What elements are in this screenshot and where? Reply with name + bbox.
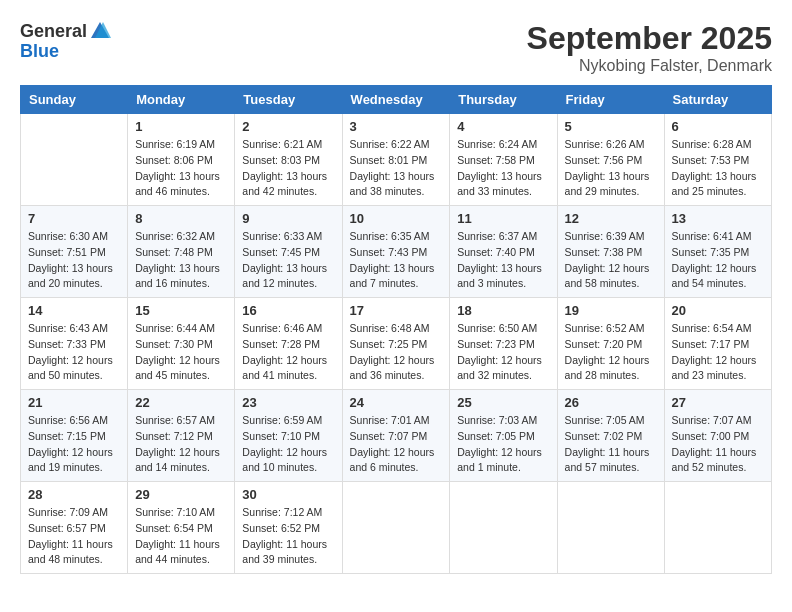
day-number: 19 xyxy=(565,303,657,318)
day-info: Sunrise: 6:56 AM Sunset: 7:15 PM Dayligh… xyxy=(28,413,120,476)
day-info: Sunrise: 6:19 AM Sunset: 8:06 PM Dayligh… xyxy=(135,137,227,200)
calendar-cell: 11Sunrise: 6:37 AM Sunset: 7:40 PM Dayli… xyxy=(450,206,557,298)
calendar-header-row: SundayMondayTuesdayWednesdayThursdayFrid… xyxy=(21,86,772,114)
day-number: 11 xyxy=(457,211,549,226)
day-info: Sunrise: 6:50 AM Sunset: 7:23 PM Dayligh… xyxy=(457,321,549,384)
calendar-cell: 30Sunrise: 7:12 AM Sunset: 6:52 PM Dayli… xyxy=(235,482,342,574)
calendar-week-3: 14Sunrise: 6:43 AM Sunset: 7:33 PM Dayli… xyxy=(21,298,772,390)
logo-general: General xyxy=(20,22,87,40)
calendar-cell: 19Sunrise: 6:52 AM Sunset: 7:20 PM Dayli… xyxy=(557,298,664,390)
header-wednesday: Wednesday xyxy=(342,86,450,114)
calendar-cell: 20Sunrise: 6:54 AM Sunset: 7:17 PM Dayli… xyxy=(664,298,771,390)
day-number: 14 xyxy=(28,303,120,318)
day-number: 22 xyxy=(135,395,227,410)
day-info: Sunrise: 6:33 AM Sunset: 7:45 PM Dayligh… xyxy=(242,229,334,292)
calendar-cell: 16Sunrise: 6:46 AM Sunset: 7:28 PM Dayli… xyxy=(235,298,342,390)
day-info: Sunrise: 6:43 AM Sunset: 7:33 PM Dayligh… xyxy=(28,321,120,384)
day-number: 6 xyxy=(672,119,764,134)
day-info: Sunrise: 7:07 AM Sunset: 7:00 PM Dayligh… xyxy=(672,413,764,476)
day-number: 4 xyxy=(457,119,549,134)
day-number: 1 xyxy=(135,119,227,134)
calendar-cell xyxy=(557,482,664,574)
calendar-week-4: 21Sunrise: 6:56 AM Sunset: 7:15 PM Dayli… xyxy=(21,390,772,482)
header-tuesday: Tuesday xyxy=(235,86,342,114)
day-number: 7 xyxy=(28,211,120,226)
calendar-cell: 26Sunrise: 7:05 AM Sunset: 7:02 PM Dayli… xyxy=(557,390,664,482)
day-info: Sunrise: 6:57 AM Sunset: 7:12 PM Dayligh… xyxy=(135,413,227,476)
day-info: Sunrise: 6:59 AM Sunset: 7:10 PM Dayligh… xyxy=(242,413,334,476)
calendar-cell: 6Sunrise: 6:28 AM Sunset: 7:53 PM Daylig… xyxy=(664,114,771,206)
calendar-cell: 4Sunrise: 6:24 AM Sunset: 7:58 PM Daylig… xyxy=(450,114,557,206)
day-info: Sunrise: 6:46 AM Sunset: 7:28 PM Dayligh… xyxy=(242,321,334,384)
day-info: Sunrise: 6:54 AM Sunset: 7:17 PM Dayligh… xyxy=(672,321,764,384)
day-info: Sunrise: 6:52 AM Sunset: 7:20 PM Dayligh… xyxy=(565,321,657,384)
calendar-cell: 13Sunrise: 6:41 AM Sunset: 7:35 PM Dayli… xyxy=(664,206,771,298)
day-info: Sunrise: 6:41 AM Sunset: 7:35 PM Dayligh… xyxy=(672,229,764,292)
day-info: Sunrise: 7:03 AM Sunset: 7:05 PM Dayligh… xyxy=(457,413,549,476)
page-header: General Blue September 2025 Nykobing Fal… xyxy=(20,20,772,75)
day-number: 18 xyxy=(457,303,549,318)
day-number: 26 xyxy=(565,395,657,410)
header-monday: Monday xyxy=(128,86,235,114)
logo: General Blue xyxy=(20,20,111,60)
calendar-cell: 14Sunrise: 6:43 AM Sunset: 7:33 PM Dayli… xyxy=(21,298,128,390)
day-info: Sunrise: 7:12 AM Sunset: 6:52 PM Dayligh… xyxy=(242,505,334,568)
calendar-cell xyxy=(21,114,128,206)
header-saturday: Saturday xyxy=(664,86,771,114)
calendar-cell: 9Sunrise: 6:33 AM Sunset: 7:45 PM Daylig… xyxy=(235,206,342,298)
calendar-table: SundayMondayTuesdayWednesdayThursdayFrid… xyxy=(20,85,772,574)
day-info: Sunrise: 6:48 AM Sunset: 7:25 PM Dayligh… xyxy=(350,321,443,384)
day-number: 28 xyxy=(28,487,120,502)
calendar-cell: 2Sunrise: 6:21 AM Sunset: 8:03 PM Daylig… xyxy=(235,114,342,206)
calendar-cell: 21Sunrise: 6:56 AM Sunset: 7:15 PM Dayli… xyxy=(21,390,128,482)
day-number: 16 xyxy=(242,303,334,318)
month-title: September 2025 xyxy=(527,20,772,57)
day-info: Sunrise: 6:21 AM Sunset: 8:03 PM Dayligh… xyxy=(242,137,334,200)
calendar-week-5: 28Sunrise: 7:09 AM Sunset: 6:57 PM Dayli… xyxy=(21,482,772,574)
calendar-cell: 7Sunrise: 6:30 AM Sunset: 7:51 PM Daylig… xyxy=(21,206,128,298)
day-number: 10 xyxy=(350,211,443,226)
day-info: Sunrise: 6:44 AM Sunset: 7:30 PM Dayligh… xyxy=(135,321,227,384)
day-info: Sunrise: 6:37 AM Sunset: 7:40 PM Dayligh… xyxy=(457,229,549,292)
calendar-week-1: 1Sunrise: 6:19 AM Sunset: 8:06 PM Daylig… xyxy=(21,114,772,206)
day-number: 12 xyxy=(565,211,657,226)
day-info: Sunrise: 7:10 AM Sunset: 6:54 PM Dayligh… xyxy=(135,505,227,568)
day-number: 2 xyxy=(242,119,334,134)
header-thursday: Thursday xyxy=(450,86,557,114)
header-sunday: Sunday xyxy=(21,86,128,114)
calendar-cell xyxy=(342,482,450,574)
day-number: 9 xyxy=(242,211,334,226)
day-number: 3 xyxy=(350,119,443,134)
day-info: Sunrise: 6:30 AM Sunset: 7:51 PM Dayligh… xyxy=(28,229,120,292)
day-number: 20 xyxy=(672,303,764,318)
calendar-cell: 28Sunrise: 7:09 AM Sunset: 6:57 PM Dayli… xyxy=(21,482,128,574)
calendar-cell: 1Sunrise: 6:19 AM Sunset: 8:06 PM Daylig… xyxy=(128,114,235,206)
day-number: 8 xyxy=(135,211,227,226)
calendar-cell: 15Sunrise: 6:44 AM Sunset: 7:30 PM Dayli… xyxy=(128,298,235,390)
calendar-cell: 27Sunrise: 7:07 AM Sunset: 7:00 PM Dayli… xyxy=(664,390,771,482)
calendar-cell: 5Sunrise: 6:26 AM Sunset: 7:56 PM Daylig… xyxy=(557,114,664,206)
day-info: Sunrise: 6:24 AM Sunset: 7:58 PM Dayligh… xyxy=(457,137,549,200)
day-number: 17 xyxy=(350,303,443,318)
day-info: Sunrise: 6:26 AM Sunset: 7:56 PM Dayligh… xyxy=(565,137,657,200)
calendar-cell: 18Sunrise: 6:50 AM Sunset: 7:23 PM Dayli… xyxy=(450,298,557,390)
day-info: Sunrise: 6:28 AM Sunset: 7:53 PM Dayligh… xyxy=(672,137,764,200)
location-title: Nykobing Falster, Denmark xyxy=(527,57,772,75)
calendar-cell: 25Sunrise: 7:03 AM Sunset: 7:05 PM Dayli… xyxy=(450,390,557,482)
day-number: 13 xyxy=(672,211,764,226)
calendar-cell: 12Sunrise: 6:39 AM Sunset: 7:38 PM Dayli… xyxy=(557,206,664,298)
day-info: Sunrise: 6:39 AM Sunset: 7:38 PM Dayligh… xyxy=(565,229,657,292)
day-number: 25 xyxy=(457,395,549,410)
calendar-cell xyxy=(450,482,557,574)
calendar-cell xyxy=(664,482,771,574)
logo-icon xyxy=(89,20,111,42)
day-number: 30 xyxy=(242,487,334,502)
header-friday: Friday xyxy=(557,86,664,114)
day-number: 23 xyxy=(242,395,334,410)
calendar-cell: 3Sunrise: 6:22 AM Sunset: 8:01 PM Daylig… xyxy=(342,114,450,206)
calendar-cell: 23Sunrise: 6:59 AM Sunset: 7:10 PM Dayli… xyxy=(235,390,342,482)
calendar-week-2: 7Sunrise: 6:30 AM Sunset: 7:51 PM Daylig… xyxy=(21,206,772,298)
calendar-cell: 24Sunrise: 7:01 AM Sunset: 7:07 PM Dayli… xyxy=(342,390,450,482)
calendar-cell: 10Sunrise: 6:35 AM Sunset: 7:43 PM Dayli… xyxy=(342,206,450,298)
day-info: Sunrise: 6:32 AM Sunset: 7:48 PM Dayligh… xyxy=(135,229,227,292)
